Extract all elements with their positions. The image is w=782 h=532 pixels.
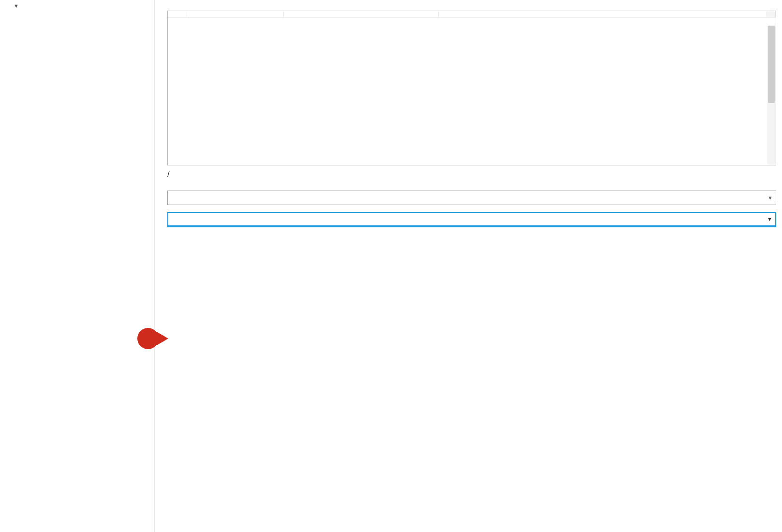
grid-header <box>168 11 776 17</box>
col-relevance[interactable] <box>284 11 439 17</box>
chevron-down-icon: ▼ <box>767 216 772 222</box>
col-used[interactable] <box>439 11 767 17</box>
grid-scrollbar[interactable] <box>767 26 776 165</box>
tree-item-modeles[interactable]: ▼ <box>9 2 154 10</box>
sidebar-tree[interactable]: ▼ <box>0 0 155 532</box>
conditions-heading <box>167 181 776 190</box>
pertinence-combo[interactable]: ▼ <box>167 191 776 205</box>
main-panel: / ▼ ▼ <box>155 0 782 532</box>
page-title <box>167 0 776 8</box>
used-combo[interactable]: ▼ <box>167 212 776 226</box>
chevron-down-icon: ▼ <box>767 195 773 201</box>
caret-down-icon: ▼ <box>14 3 20 9</box>
templates-grid[interactable] <box>167 11 776 165</box>
col-name[interactable] <box>187 11 284 17</box>
used-dropdown[interactable] <box>167 226 776 227</box>
selected-template-breadcrumb: / <box>167 170 169 179</box>
